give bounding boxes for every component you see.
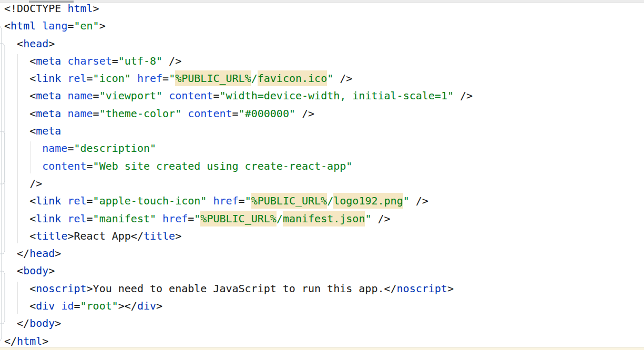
code-token: " <box>169 72 175 85</box>
code-token: /> <box>162 55 181 67</box>
fold-gutter[interactable] <box>0 0 7 350</box>
code-token: > <box>67 230 74 242</box>
code-token: "description" <box>74 142 156 155</box>
code-token: = <box>87 194 93 207</box>
code-token: meta <box>36 107 61 120</box>
code-token: meta <box>36 89 61 102</box>
code-token: /> <box>333 72 352 85</box>
code-line: /> <box>4 175 644 192</box>
code-token: "apple-touch-icon" <box>93 194 207 207</box>
code-line: <meta charset="utf-8" /> <box>4 53 644 70</box>
code-token: > <box>93 2 99 15</box>
code-token <box>61 212 67 225</box>
fold-marker[interactable] <box>0 44 5 254</box>
code-token: name <box>42 142 67 155</box>
fold-marker[interactable] <box>0 271 5 324</box>
code-line: <link rel="apple-touch-icon" href="%PUBL… <box>4 192 644 210</box>
code-token: " <box>327 72 333 85</box>
code-token: < <box>4 125 36 137</box>
code-token: link <box>36 212 61 225</box>
code-token <box>131 72 137 85</box>
code-token: = <box>67 19 74 32</box>
code-token <box>162 89 169 102</box>
code-token: > <box>55 247 61 260</box>
code-token: name <box>67 89 93 102</box>
code-token: "root" <box>80 300 118 312</box>
code-token: /> <box>295 107 314 120</box>
fold-marker[interactable] <box>0 131 5 184</box>
code-token: < <box>4 72 36 85</box>
code-token: html <box>67 2 93 15</box>
code-token: = <box>93 107 99 120</box>
template-variable-token: manifest.json <box>283 211 365 227</box>
code-token: href <box>137 72 162 85</box>
code-editor: <!DOCTYPE html><html lang="en"> <head> <… <box>0 0 644 350</box>
code-token: <!DOCTYPE <box>4 2 67 15</box>
template-variable-token: favicon.ico <box>258 70 327 86</box>
code-token: < <box>4 212 36 225</box>
code-token: head <box>29 247 55 260</box>
code-token <box>61 89 67 102</box>
code-token: href <box>162 212 188 225</box>
code-line: <div id="root"></div> <box>4 297 644 315</box>
template-variable-token: %PUBLIC_URL% <box>251 193 328 209</box>
code-token: < <box>4 107 36 120</box>
code-token <box>61 55 67 67</box>
code-token: = <box>162 72 169 85</box>
code-line: </head> <box>4 245 644 262</box>
code-token: = <box>87 212 93 225</box>
code-token: > <box>55 317 61 330</box>
code-token: title <box>144 230 175 242</box>
code-token: You need to enable JavaScript to run thi… <box>93 282 384 295</box>
code-line: name="description" <box>4 140 644 157</box>
code-token: < <box>4 194 36 207</box>
code-token: noscript <box>36 282 86 295</box>
code-token: < <box>4 89 36 102</box>
code-token: meta <box>36 55 61 67</box>
code-token: > <box>175 230 181 242</box>
code-token: rel <box>67 212 86 225</box>
code-token: / <box>327 194 333 207</box>
bottom-panel-edge <box>0 347 644 350</box>
code-token: </ <box>384 282 396 295</box>
code-token: = <box>93 89 99 102</box>
code-token: > <box>48 37 55 50</box>
code-token: < <box>4 300 36 312</box>
code-token: noscript <box>397 282 447 295</box>
code-token: = <box>87 160 93 172</box>
code-token: > <box>156 300 162 312</box>
code-token: " <box>403 194 410 207</box>
code-area[interactable]: <!DOCTYPE html><html lang="en"> <head> <… <box>0 0 644 350</box>
code-token: head <box>23 37 48 50</box>
code-token: "#000000" <box>239 107 295 120</box>
code-line: <body> <box>4 262 644 280</box>
code-token: charset <box>67 55 111 67</box>
code-token: body <box>23 264 48 277</box>
code-token: body <box>29 317 55 330</box>
code-token: link <box>36 194 61 207</box>
code-line: </body> <box>4 315 644 332</box>
code-line: <meta name="theme-color" content="#00000… <box>4 105 644 122</box>
code-token: > <box>118 300 125 312</box>
code-token <box>61 194 67 207</box>
code-line: <noscript>You need to enable JavaScript … <box>4 280 644 297</box>
code-token: > <box>99 19 106 32</box>
code-token: rel <box>67 72 86 85</box>
code-token: html <box>11 19 36 32</box>
code-token: = <box>213 89 219 102</box>
horizontal-scrollbar[interactable] <box>0 0 644 3</box>
code-token: "manifest" <box>93 212 156 225</box>
scrollbar-thumb[interactable] <box>29 1 74 3</box>
code-token: = <box>112 55 118 67</box>
code-token: < <box>4 230 36 242</box>
code-token: div <box>36 300 55 312</box>
template-variable-token: %PUBLIC_URL% <box>200 211 277 227</box>
code-token <box>4 142 42 155</box>
code-token: /> <box>371 212 390 225</box>
code-line: <meta <box>4 122 644 140</box>
code-token: / <box>277 212 283 225</box>
code-token: href <box>213 194 238 207</box>
template-variable-token: %PUBLIC_URL% <box>175 70 251 86</box>
code-token: name <box>67 107 93 120</box>
code-line: <html lang="en"> <box>4 17 644 35</box>
